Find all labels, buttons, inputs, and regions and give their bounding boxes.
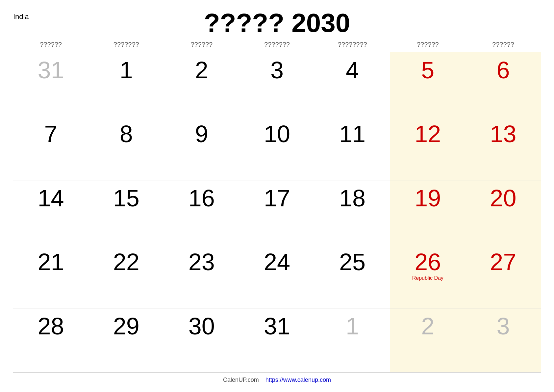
holiday-label: Republic Day (412, 275, 443, 281)
day-number: 3 (496, 314, 510, 338)
calendar-header: India ????? 2030 (13, 10, 541, 36)
day-number: 25 (339, 250, 365, 274)
day-number: 1 (120, 58, 133, 82)
week-row: 212223242526Republic Day27 (13, 244, 541, 308)
calendar-grid: ????????????????????????????????????????… (13, 39, 541, 372)
day-number: 16 (189, 186, 215, 210)
day-cell: 17 (239, 180, 315, 244)
day-number: 26 (415, 250, 441, 274)
day-cell: 16 (164, 180, 239, 244)
day-number: 13 (490, 122, 516, 146)
day-number: 28 (38, 314, 64, 338)
day-number: 5 (421, 58, 434, 82)
week-row: 14151617181920 (13, 180, 541, 244)
day-number: 1 (346, 314, 359, 338)
day-cell: 24 (239, 244, 315, 308)
day-number: 31 (38, 58, 64, 82)
week-row: 28293031123 (13, 308, 541, 372)
day-header: ???????? (315, 39, 390, 50)
day-number: 6 (496, 58, 510, 82)
day-cell: 31 (13, 52, 88, 116)
day-headers-row: ????????????????????????????????????????… (13, 39, 541, 52)
day-cell: 18 (315, 180, 390, 244)
day-number: 19 (415, 186, 441, 210)
day-cell: 3 (466, 308, 541, 372)
day-header: ?????? (13, 39, 88, 50)
day-cell: 3 (239, 52, 315, 116)
day-number: 2 (421, 314, 434, 338)
calendar-footer: CalenUP.com https://www.calenup.com (13, 372, 541, 385)
day-number: 21 (38, 250, 64, 274)
day-number: 31 (264, 314, 290, 338)
day-number: 9 (195, 122, 208, 146)
calendar-title: ????? 2030 (204, 10, 350, 36)
day-number: 27 (490, 250, 516, 274)
day-cell: 6 (466, 52, 541, 116)
day-number: 10 (264, 122, 290, 146)
day-header: ?????? (390, 39, 466, 50)
day-number: 24 (264, 250, 290, 274)
day-header: ??????? (88, 39, 164, 50)
day-number: 14 (38, 186, 64, 210)
day-number: 4 (346, 58, 359, 82)
day-cell: 29 (88, 308, 164, 372)
day-number: 8 (120, 122, 133, 146)
day-cell: 9 (164, 116, 239, 180)
day-cell: 20 (466, 180, 541, 244)
day-number: 20 (490, 186, 516, 210)
day-number: 18 (339, 186, 365, 210)
day-number: 15 (113, 186, 139, 210)
day-cell: 8 (88, 116, 164, 180)
day-number: 23 (189, 250, 215, 274)
day-number: 30 (189, 314, 215, 338)
weeks-container: 3112345678910111213141516171819202122232… (13, 52, 541, 372)
day-number: 2 (195, 58, 208, 82)
day-header: ?????? (466, 39, 541, 50)
footer-link[interactable]: https://www.calenup.com (265, 377, 331, 383)
day-cell: 1 (88, 52, 164, 116)
day-cell: 19 (390, 180, 466, 244)
day-number: 3 (270, 58, 284, 82)
footer-site-name: CalenUP.com (223, 377, 259, 383)
day-cell: 21 (13, 244, 88, 308)
week-row: 78910111213 (13, 116, 541, 180)
week-row: 31123456 (13, 52, 541, 116)
day-cell: 15 (88, 180, 164, 244)
day-cell: 5 (390, 52, 466, 116)
day-cell: 27 (466, 244, 541, 308)
day-cell: 1 (315, 308, 390, 372)
day-number: 17 (264, 186, 290, 210)
day-cell: 7 (13, 116, 88, 180)
day-cell: 14 (13, 180, 88, 244)
day-number: 22 (113, 250, 139, 274)
day-cell: 2 (164, 52, 239, 116)
day-cell: 26Republic Day (390, 244, 466, 308)
day-cell: 25 (315, 244, 390, 308)
day-cell: 13 (466, 116, 541, 180)
day-cell: 28 (13, 308, 88, 372)
day-number: 29 (113, 314, 139, 338)
day-number: 7 (44, 122, 58, 146)
day-header: ??????? (239, 39, 315, 50)
day-number: 11 (339, 122, 365, 146)
day-cell: 31 (239, 308, 315, 372)
day-cell: 12 (390, 116, 466, 180)
country-label: India (13, 13, 29, 21)
day-number: 12 (415, 122, 441, 146)
day-cell: 11 (315, 116, 390, 180)
day-cell: 10 (239, 116, 315, 180)
day-cell: 30 (164, 308, 239, 372)
day-cell: 22 (88, 244, 164, 308)
calendar-page: India ????? 2030 ???????????????????????… (0, 0, 554, 392)
day-cell: 2 (390, 308, 466, 372)
day-cell: 4 (315, 52, 390, 116)
day-cell: 23 (164, 244, 239, 308)
day-header: ?????? (164, 39, 239, 50)
